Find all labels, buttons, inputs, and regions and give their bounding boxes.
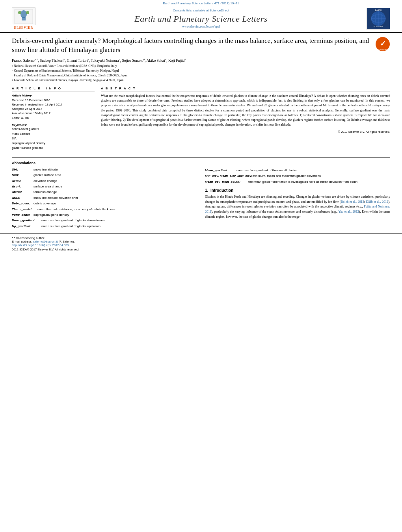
email-value: salerno@irsa.cnr.it: [33, 240, 58, 243]
main-divider: [12, 158, 390, 158]
abbreviations-col: Abbreviations SIA: snow line altitude Su…: [12, 161, 197, 230]
svg-rect-2: [22, 17, 26, 20]
abbrev-sia: SIA: snow line altitude: [12, 167, 197, 172]
elsevier-logo-box: [12, 7, 35, 25]
abbrev-therm: Therm_resist: mean thermal resistance, a…: [12, 207, 197, 212]
crossmark-svg: ✓ CrossMark: [375, 37, 390, 52]
earth-logo-box: EARTH PLANETARY: [367, 8, 390, 30]
contents-label: Contents lists available at ScienceDirec…: [39, 9, 363, 12]
journal-title: Earth and Planetary Science Letters: [39, 14, 363, 24]
editor-info: Editor: A. Yin: [12, 116, 95, 120]
abbrev-term: Δterm: terminus change: [12, 190, 197, 195]
intro-text: Glaciers in the Hindu Kush and Himalaya …: [205, 195, 390, 220]
keywords-section: Keywords: debris-cover glaciers mass bal…: [12, 123, 95, 150]
author-sup-star: *: [37, 58, 38, 61]
accepted-date: Accepted 24 April 2017: [12, 107, 95, 111]
elsevier-logo-svg: [14, 9, 34, 24]
elsevier-logo: ELSEVIER: [8, 7, 39, 30]
abbrev-surf: Surf: glacier surface area: [12, 173, 197, 178]
ref-yao[interactable]: Yao et al., 2012: [338, 210, 359, 213]
author-sup-a2: a: [88, 58, 89, 61]
journal-url[interactable]: www.elsevier.com/locate/epsl: [39, 25, 363, 28]
abbrev-key-surf: Surf:: [12, 173, 34, 178]
abbrev-surf2: Δsurf: surface area change: [12, 184, 197, 189]
kw-3: SIA: [12, 136, 95, 141]
affil-text-d: Graduate School of Environmental Studies…: [14, 78, 124, 83]
corresponding-text: * Corresponding author.: [14, 236, 45, 240]
abstract-col: A B S T R A C T What are the main morpho…: [101, 87, 390, 150]
bottom-section: Abbreviations SIA: snow line altitude Su…: [0, 161, 402, 230]
svg-text:PLANETARY: PLANETARY: [374, 26, 383, 28]
affil-sup-a: a: [12, 64, 13, 68]
abbrev-key-pond: Pond_dens:: [12, 213, 34, 217]
abbrev-minelev: Min_elev, Mean_elev, Max_elev: minimum, …: [205, 174, 390, 178]
intro-section-title: 1. Introduction: [205, 188, 390, 193]
abbrev-key-debr: Debr_cover:: [12, 201, 34, 206]
author-sup-d: d: [143, 58, 145, 61]
intro-label: Introduction: [210, 188, 233, 193]
journal-header-center: Contents lists available at ScienceDirec…: [39, 9, 363, 28]
ref-bolch[interactable]: Bolch et al., 2012: [341, 200, 364, 204]
abbrev-val-sia: snow line altitude: [34, 167, 197, 172]
revised-date: Received in revised form 18 April 2017: [12, 102, 95, 107]
abbrev-key-dsia: ΔSIA:: [12, 196, 34, 200]
earth-logo: EARTH PLANETARY: [363, 8, 394, 30]
kw-2: mass balance: [12, 132, 95, 136]
author-sup-d3: d: [184, 58, 186, 61]
author-sup-c: c: [119, 58, 120, 61]
page: Earth and Planetary Science Letters 471 …: [0, 0, 402, 251]
author-sup-d2: d: [165, 58, 167, 61]
abbrev-val-upg: mean surface gradient of glacier upstrea…: [41, 224, 197, 229]
right-abbrevs: Mean_gradient: mean surface gradient of …: [205, 168, 390, 184]
svg-point-1: [20, 10, 27, 18]
abbreviations-title: Abbreviations: [12, 161, 197, 165]
citation-bar: Earth and Planetary Science Letters 471 …: [0, 0, 402, 5]
abbrev-val-minelev: minimum, mean and maximum glacier elevat…: [253, 174, 390, 178]
abbrev-val-debr: debris coverage: [34, 201, 197, 206]
kw-1: debris-cover glaciers: [12, 127, 95, 132]
affil-d: d Graduate School of Environmental Studi…: [12, 78, 390, 83]
abbrev-val-pond: supraglacial pond density: [34, 213, 197, 217]
footnote-section: * * Corresponding author. E-mail address…: [0, 234, 402, 251]
article-info-header: A R T I C L E I N F O: [12, 87, 95, 91]
abbrev-key-meang: Mean_gradient:: [205, 168, 236, 173]
affil-sup-c: c: [12, 74, 13, 78]
abbrev-key-minelev: Min_elev, Mean_elev, Max_elev:: [205, 174, 253, 178]
corresponding-author: * * Corresponding author.: [12, 236, 390, 240]
affil-text-c: Faculty of Risk and Crisis Management, C…: [14, 74, 127, 78]
intro-number: 1.: [205, 188, 210, 193]
available-date: Available online 15 May 2017: [12, 111, 95, 115]
affil-sup-b: b: [12, 69, 13, 73]
right-col: Mean_gradient: mean surface gradient of …: [205, 161, 390, 230]
email-suffix: (F. Salerno).: [59, 240, 75, 243]
abbrev-debr: Debr_cover: debris coverage: [12, 201, 197, 206]
abbrev-key-downg: Down_gradient:: [12, 218, 41, 223]
abbrev-key-upg: Up_gradient:: [12, 224, 41, 229]
abbrev-key-sia: SIA:: [12, 167, 34, 172]
crossmark-logo[interactable]: ✓ CrossMark: [375, 37, 390, 52]
ref-kaab[interactable]: Kääb et al., 2012: [366, 200, 388, 204]
doi-line[interactable]: http://dx.doi.org/10.1016/j.epsl.2017.04…: [12, 243, 390, 247]
abbrev-key-term: Δterm:: [12, 190, 34, 195]
abbrev-south: Mean_dev_from_south: the mean glacier or…: [205, 180, 390, 184]
svg-text:✓: ✓: [380, 40, 386, 48]
email-address[interactable]: salerno@irsa.cnr.it: [33, 240, 58, 243]
affiliations: a National Research Council, Water Resea…: [12, 64, 390, 83]
earth-logo-svg: EARTH PLANETARY: [368, 8, 389, 29]
article-body-two-col: A R T I C L E I N F O Article history: R…: [12, 87, 390, 150]
email-line: E-mail address: salerno@irsa.cnr.it (F. …: [12, 240, 390, 243]
svg-point-3: [18, 11, 21, 14]
keywords-label: Keywords:: [12, 123, 95, 127]
received-date: Received 15 December 2016: [12, 98, 95, 102]
abbrev-pond: Pond_dens: supraglacial pond density: [12, 213, 197, 217]
citation-text: Earth and Planetary Science Letters 471 …: [163, 2, 239, 5]
abbrev-dsia: ΔSIA: snow line altitude elevation shift: [12, 196, 197, 200]
abbrev-val-term: terminus change: [34, 190, 197, 195]
kw-5: glacier surface gradient: [12, 146, 95, 150]
article-info-col: A R T I C L E I N F O Article history: R…: [12, 87, 95, 150]
affil-text-a: National Research Council, Water Researc…: [14, 64, 117, 69]
abbrev-meang: Mean_gradient: mean surface gradient of …: [205, 168, 390, 173]
ref-fujita[interactable]: Fujita and Nuimura, 2011: [205, 205, 390, 213]
abbrev-elev: Δelev: elevation change: [12, 179, 197, 184]
article-header: Debris-covered glacier anomaly? Morpholo…: [12, 37, 390, 55]
